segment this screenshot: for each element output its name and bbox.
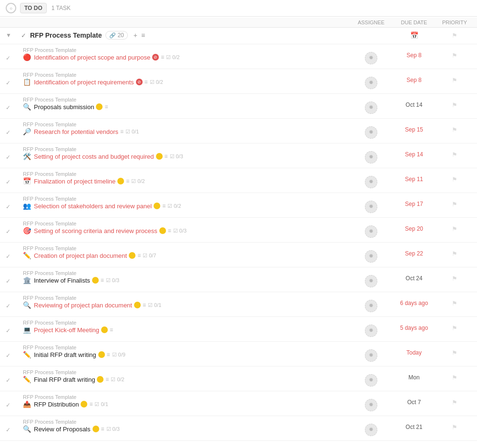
task-template-label: RFP Process Template [23,72,352,78]
avatar[interactable] [365,225,377,238]
task-check-col: ✓ [6,342,21,359]
task-checkbox[interactable]: ✓ [6,154,10,161]
avatar[interactable] [365,349,377,362]
task-menu-icon[interactable]: ≡ [165,153,168,160]
task-duedate: Sep 11 [390,168,438,183]
task-checkbox[interactable]: ✓ [6,327,10,334]
task-menu-icon[interactable]: ≡ [126,178,129,184]
group-collapse-icon[interactable]: ▼ [6,32,11,39]
task-checkbox[interactable]: ✓ [6,303,10,309]
task-title[interactable]: Final RFP draft writing [34,376,95,383]
avatar[interactable] [365,151,377,163]
task-title[interactable]: Finalization of project timeline [34,178,115,185]
task-checkbox[interactable]: ✓ [6,402,10,408]
task-menu-icon[interactable]: ≡ [107,351,110,358]
flag-icon[interactable]: ⚑ [452,102,457,109]
group-check-icon[interactable]: ✓ [21,32,26,39]
task-title[interactable]: Setting of scoring criteria and review p… [34,227,157,234]
avatar[interactable] [365,77,377,89]
flag-icon[interactable]: ⚑ [452,52,457,59]
avatar[interactable] [365,176,377,188]
task-title[interactable]: Creation of project plan document [34,252,127,259]
task-menu-icon[interactable]: ≡ [104,103,108,110]
due-date-text: Oct 21 [405,424,422,430]
task-checkbox[interactable]: ✓ [6,179,10,185]
task-menu-icon[interactable]: ≡ [110,326,113,333]
task-checkbox[interactable]: ✓ [6,427,10,433]
task-title[interactable]: RFP Distribution [34,401,79,408]
flag-icon[interactable]: ⚑ [452,225,457,233]
task-checkbox[interactable]: ✓ [6,204,10,210]
flag-icon[interactable]: ⚑ [452,77,457,84]
task-checkbox[interactable]: ✓ [6,80,10,86]
flag-icon[interactable]: ⚑ [452,424,457,431]
flag-icon[interactable]: ⚑ [452,250,457,257]
task-assignee [352,44,390,64]
task-row: ✓ RFP Process Template 💻 Project Kick-of… [0,317,477,342]
avatar[interactable] [365,52,377,64]
task-menu-icon[interactable]: ≡ [162,203,166,209]
task-checkbox[interactable]: ✓ [6,228,10,235]
task-title[interactable]: Selection of stakeholders and review pan… [34,203,152,210]
flag-icon[interactable]: ⚑ [452,349,457,356]
task-checkbox[interactable]: ✓ [6,104,10,111]
flag-icon[interactable]: ⚑ [452,126,457,133]
flag-icon[interactable]: ⚑ [452,325,457,332]
task-checkbox[interactable]: ✓ [6,278,10,285]
task-title[interactable]: Review of Proposals [34,426,91,433]
task-main: RFP Process Template ✏️ Initial RFP draf… [21,342,352,361]
status-circle[interactable]: ○ [6,3,16,13]
flag-icon[interactable]: ⚑ [452,275,457,282]
task-title[interactable]: Interview of Finalists [34,277,90,284]
flag-icon[interactable]: ⚑ [452,374,457,381]
flag-icon[interactable]: ⚑ [452,300,457,307]
task-title-row: 🎯 Setting of scoring criteria and review… [23,227,352,234]
task-checkbox[interactable]: ✓ [6,377,10,384]
task-checkbox[interactable]: ✓ [6,55,10,61]
group-menu-button[interactable]: ≡ [139,31,147,40]
task-menu-icon[interactable]: ≡ [120,128,124,135]
task-title[interactable]: Initial RFP draft writing [34,351,96,358]
task-menu-icon[interactable]: ≡ [105,376,109,383]
task-menu-icon[interactable]: ≡ [137,252,141,259]
avatar[interactable] [365,250,377,263]
task-menu-icon[interactable]: ≡ [101,277,104,284]
task-title[interactable]: Identification of project scope and purp… [34,54,150,61]
task-check-col: ✓ [6,143,21,161]
task-checkbox[interactable]: ✓ [6,253,10,260]
task-title[interactable]: Identification of project requirements [34,79,134,86]
avatar[interactable] [365,275,377,287]
avatar[interactable] [365,126,377,139]
task-menu-icon[interactable]: ≡ [161,54,164,61]
task-title-row: 🔍 Proposals submission ≡ [23,103,352,111]
avatar[interactable] [365,300,377,312]
task-checkbox[interactable]: ✓ [6,352,10,359]
avatar[interactable] [365,424,377,436]
task-menu-icon[interactable]: ≡ [89,401,93,407]
col-assignee-header: ASSIGNEE [352,20,390,25]
avatar[interactable] [365,102,377,114]
avatar[interactable] [365,399,377,411]
task-title[interactable]: Research for potential vendors [34,128,118,135]
task-title[interactable]: Proposals submission [34,103,94,111]
avatar[interactable] [365,201,377,213]
task-sub-meta: ☑ 0/1 [148,302,161,308]
task-checkbox[interactable]: ✓ [6,129,10,136]
task-menu-icon[interactable]: ≡ [143,302,146,308]
task-title[interactable]: Setting of project costs and budget requ… [34,153,154,160]
task-row: ✓ RFP Process Template ✏️ Initial RFP dr… [0,342,477,367]
task-menu-icon[interactable]: ≡ [101,426,104,432]
flag-icon[interactable]: ⚑ [452,176,457,183]
flag-icon[interactable]: ⚑ [452,151,457,158]
avatar[interactable] [365,374,377,387]
group-add-button[interactable]: + [132,31,139,40]
task-menu-icon[interactable]: ≡ [145,79,148,85]
avatar[interactable] [365,325,377,337]
task-menu-icon[interactable]: ≡ [168,227,171,234]
task-emoji: 💻 [23,326,31,334]
task-title[interactable]: Reviewing of project plan document [34,302,132,309]
flag-icon[interactable]: ⚑ [452,399,457,406]
flag-icon[interactable]: ⚑ [452,201,457,208]
status-dot-yellow [97,376,104,383]
task-title[interactable]: Project Kick-off Meeting [34,326,99,334]
